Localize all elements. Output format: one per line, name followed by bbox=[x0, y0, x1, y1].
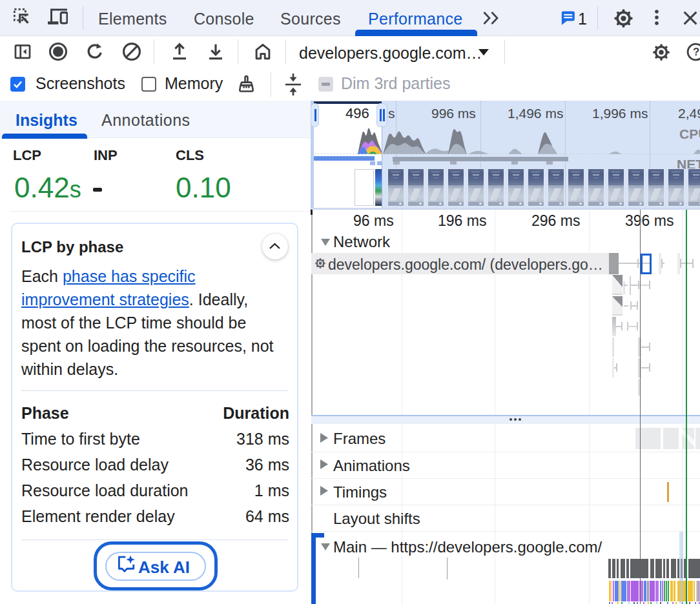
svg-text:?: ? bbox=[693, 46, 699, 58]
